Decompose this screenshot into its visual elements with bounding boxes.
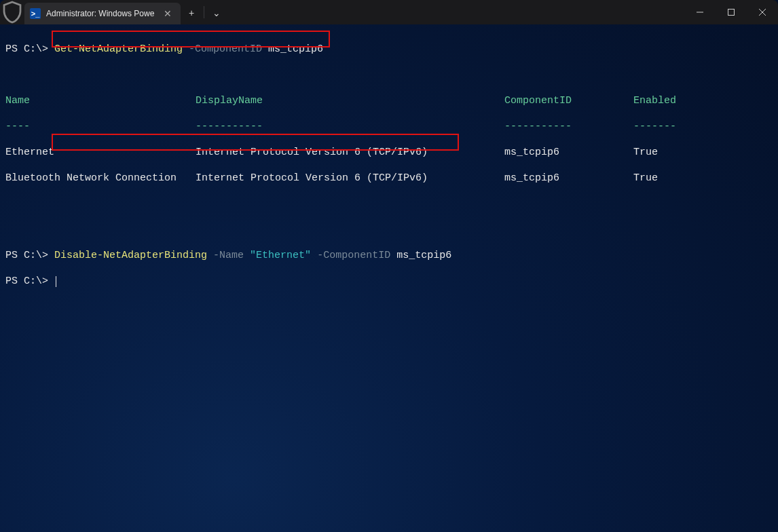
table-header-row: NameDisplayNameComponentIDEnabled [5,94,773,107]
new-tab-button[interactable]: + [181,2,202,24]
divider [204,6,204,18]
table-row: EthernetInternet Protocol Version 6 (TCP… [5,146,773,159]
powershell-icon: >_ [30,8,41,19]
close-button[interactable] [747,0,778,24]
table-underline-row: --------------------------------- [5,120,773,133]
maximize-button[interactable] [716,0,747,24]
terminal-area[interactable]: PS C:\> Get-NetAdapterBinding -Component… [0,24,778,306]
cursor [56,276,56,287]
svg-rect-1 [728,10,735,16]
table-row: Bluetooth Network ConnectionInternet Pro… [5,172,773,185]
col-component: ComponentID [504,94,633,107]
tab-dropdown-button[interactable]: ⌄ [206,2,227,24]
tab-title: Administrator: Windows Powe [46,9,156,18]
col-display: DisplayName [196,94,504,107]
terminal-container: PS C:\> Get-NetAdapterBinding -Component… [0,24,778,306]
title-bar: >_ Administrator: Windows Powe ✕ + ⌄ [0,0,778,24]
col-name: Name [5,94,196,107]
tab-powershell[interactable]: >_ Administrator: Windows Powe ✕ [24,3,181,24]
shield-icon [0,0,24,24]
col-enabled: Enabled [633,95,676,107]
command-line-1: PS C:\> Get-NetAdapterBinding -Component… [5,43,773,56]
prompt-line-empty: PS C:\> [5,275,773,288]
command-line-2: PS C:\> Disable-NetAdapterBinding -Name … [5,249,773,262]
minimize-button[interactable] [684,0,716,24]
tab-close-button[interactable]: ✕ [162,7,174,20]
